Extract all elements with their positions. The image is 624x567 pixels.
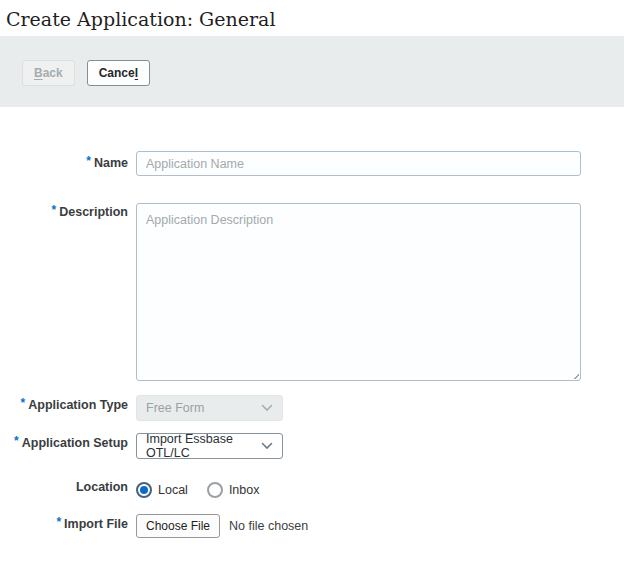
back-button[interactable]: Back (22, 60, 75, 86)
application-setup-select[interactable]: Import Essbase OTL/LC (136, 433, 283, 459)
form-row-name: *Name (0, 151, 624, 176)
back-button-label: ack (43, 66, 63, 80)
location-radio-local[interactable]: Local (136, 482, 188, 498)
choose-file-button[interactable]: Choose File (136, 514, 220, 538)
required-asterisk: * (52, 203, 57, 217)
location-radio-group: Local Inbox (136, 479, 259, 498)
chevron-down-icon (261, 404, 273, 412)
radio-selected-icon (136, 482, 152, 498)
description-label: *Description (0, 203, 136, 381)
form-row-application-setup: *Application Setup Import Essbase OTL/LC (0, 433, 624, 459)
name-label: *Name (0, 156, 136, 171)
required-asterisk: * (56, 515, 61, 529)
form-row-location: Location Local Inbox (0, 479, 624, 498)
file-chosen-status: No file chosen (229, 519, 308, 533)
application-setup-label: *Application Setup (0, 433, 136, 459)
application-setup-value: Import Essbase OTL/LC (146, 432, 255, 460)
location-label: Location (0, 479, 136, 498)
toolbar: Back Cancel (0, 36, 624, 107)
form-row-import-file: *Import File Choose File No file chosen (0, 513, 624, 538)
cancel-button[interactable]: Cancel (87, 60, 150, 86)
application-type-value: Free Form (146, 401, 204, 415)
create-application-form: *Name *Description *Application Type Fre… (0, 151, 624, 538)
required-asterisk: * (21, 396, 26, 410)
chevron-down-icon (261, 442, 273, 450)
required-asterisk: * (14, 434, 19, 448)
name-input[interactable] (136, 151, 581, 176)
application-type-label: *Application Type (0, 395, 136, 421)
location-radio-inbox[interactable]: Inbox (207, 482, 260, 498)
create-application-page: Create Application: General Back Cancel … (0, 7, 624, 538)
location-inbox-label: Inbox (229, 483, 260, 497)
form-row-description: *Description (0, 203, 624, 381)
form-row-application-type: *Application Type Free Form (0, 395, 624, 421)
page-title: Create Application: General (6, 7, 624, 31)
cancel-button-accesskey: l (135, 66, 138, 80)
application-type-select: Free Form (136, 395, 283, 421)
radio-unselected-icon (207, 482, 223, 498)
import-file-label: *Import File (0, 513, 136, 538)
back-button-accesskey: B (34, 66, 43, 80)
import-file-control: Choose File No file chosen (136, 513, 308, 538)
description-textarea[interactable] (136, 203, 581, 381)
location-local-label: Local (158, 483, 188, 497)
cancel-button-label: Cance (99, 66, 135, 80)
required-asterisk: * (86, 154, 91, 168)
